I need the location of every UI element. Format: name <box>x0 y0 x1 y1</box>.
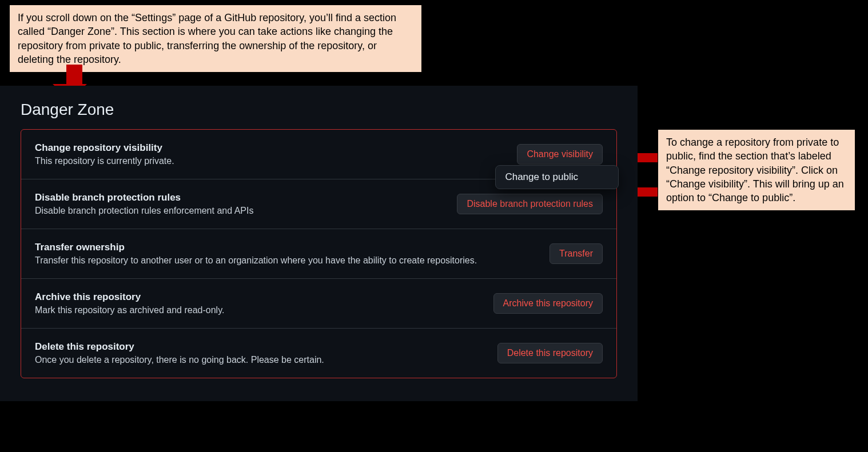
annotation-callout-top: If you scroll down on the “Settings” pag… <box>9 5 422 73</box>
section-title: Danger Zone <box>0 96 638 126</box>
row-change-visibility: Change repository visibility This reposi… <box>21 130 616 179</box>
row-transfer-ownership: Transfer ownership Transfer this reposit… <box>21 229 616 279</box>
change-visibility-button[interactable]: Change visibility <box>517 144 603 165</box>
change-to-public-option[interactable]: Change to public <box>495 165 619 189</box>
row-description: Disable branch protection rules enforcem… <box>35 206 253 216</box>
danger-zone-panel: Danger Zone Change repository visibility… <box>0 86 638 401</box>
annotation-text: If you scroll down on the “Settings” pag… <box>18 12 396 65</box>
row-text: Change repository visibility This reposi… <box>35 142 174 166</box>
row-description: This repository is currently private. <box>35 156 174 166</box>
delete-repository-button[interactable]: Delete this repository <box>497 343 603 363</box>
row-description: Once you delete a repository, there is n… <box>35 355 324 365</box>
row-text: Disable branch protection rules Disable … <box>35 192 253 216</box>
annotation-callout-right: To change a repository from private to p… <box>658 129 855 211</box>
row-archive-repository: Archive this repository Mark this reposi… <box>21 279 616 329</box>
row-text: Delete this repository Once you delete a… <box>35 341 324 365</box>
row-title: Archive this repository <box>35 291 224 303</box>
row-description: Mark this repository as archived and rea… <box>35 305 224 315</box>
row-text: Transfer ownership Transfer this reposit… <box>35 242 477 266</box>
archive-repository-button[interactable]: Archive this repository <box>493 293 603 314</box>
row-delete-repository: Delete this repository Once you delete a… <box>21 329 616 378</box>
annotation-text: To change a repository from private to p… <box>666 137 844 203</box>
row-title: Delete this repository <box>35 341 324 353</box>
row-title: Transfer ownership <box>35 242 477 253</box>
transfer-button[interactable]: Transfer <box>550 243 603 264</box>
disable-branch-protection-button[interactable]: Disable branch protection rules <box>457 194 603 214</box>
row-description: Transfer this repository to another user… <box>35 255 477 266</box>
row-title: Change repository visibility <box>35 142 174 154</box>
danger-zone-box: Change repository visibility This reposi… <box>21 129 617 378</box>
row-title: Disable branch protection rules <box>35 192 253 203</box>
row-text: Archive this repository Mark this reposi… <box>35 291 224 315</box>
